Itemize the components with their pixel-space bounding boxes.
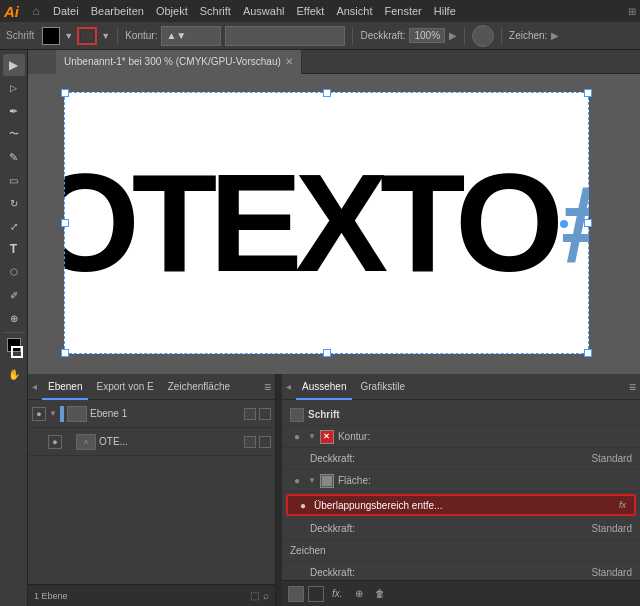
schrift-icon [290, 408, 304, 422]
deckkraft-arrow[interactable]: ▶ [449, 30, 457, 41]
separator-4 [501, 27, 502, 45]
layer-target-1[interactable] [244, 408, 256, 420]
menu-fenster[interactable]: Fenster [378, 0, 427, 22]
appearance-schrift-label: Schrift [282, 404, 640, 426]
rotate-tool[interactable]: ↻ [3, 192, 25, 214]
separator-1 [117, 27, 118, 45]
tab-grafikstile[interactable]: Grafikstile [354, 374, 410, 400]
scale-tool[interactable]: ⤢ [3, 215, 25, 237]
footer-fill-box[interactable] [288, 586, 304, 602]
zeichen-deckkraft-label: Deckkraft: [310, 567, 587, 578]
kontur-color-box[interactable]: ✕ [320, 430, 334, 444]
menu-schrift[interactable]: Schrift [194, 0, 237, 22]
layer-color-strip-1 [60, 406, 64, 422]
anchor-point [560, 220, 568, 228]
zeichen-arrow[interactable]: ▶ [551, 30, 559, 41]
kontur-dropdown[interactable]: ▲▼ [161, 26, 221, 46]
layer-lock-1[interactable] [259, 408, 271, 420]
appearance-panel-header: ◂ Aussehen Grafikstile ≡ [282, 374, 640, 400]
fill-stroke-boxes [5, 338, 23, 358]
separator-3 [464, 27, 465, 45]
panel-collapse-arrow[interactable]: ◂ [32, 381, 40, 392]
layer-lock-2[interactable] [259, 436, 271, 448]
tool-separator [3, 332, 25, 333]
stroke-indicator[interactable] [77, 27, 97, 45]
layer-expand-1[interactable]: ▼ [49, 409, 57, 418]
layer-eye-2[interactable]: ● [48, 435, 62, 449]
menu-auswahl[interactable]: Auswahl [237, 0, 291, 22]
tab-zeichenflaeche[interactable]: Zeichenfläche [162, 374, 236, 400]
flaeche-row-label: Fläche: [338, 475, 632, 486]
left-toolbar: ▶ ▷ ✒ 〜 ✎ ▭ ↻ ⤢ T ⬡ ✐ ⊕ ✋ [0, 50, 28, 606]
bottom-panels: ◂ Ebenen Export von E Zeichenfläche ≡ ● … [28, 374, 640, 606]
deckkraft-value[interactable]: 100% [409, 28, 445, 43]
fill-color-box[interactable] [42, 27, 60, 45]
select-tool[interactable]: ▶ [3, 54, 25, 76]
schrift-label: Schrift [308, 409, 340, 420]
canvas-content: OTEXTO # [64, 92, 589, 354]
appearance-collapse-arrow[interactable]: ◂ [286, 381, 294, 392]
fx-badge: fx [619, 500, 626, 510]
app-logo: Ai [4, 3, 19, 20]
eyedropper-tool[interactable]: ✐ [3, 284, 25, 306]
stroke-dropdown-arrow[interactable]: ▼ [101, 31, 110, 41]
menu-ansicht[interactable]: Ansicht [330, 0, 378, 22]
flaeche-expand[interactable]: ▼ [308, 476, 316, 485]
footer-stroke-box[interactable] [308, 586, 324, 602]
doc-tab-name: Unbenannt-1* bei 300 % (CMYK/GPU-Vorscha… [64, 50, 281, 74]
tab-export[interactable]: Export von E [90, 374, 159, 400]
fill-dropdown-arrow[interactable]: ▼ [64, 31, 73, 41]
curvature-tool[interactable]: 〜 [3, 123, 25, 145]
layer-target-2[interactable] [244, 436, 256, 448]
gradient-tool[interactable]: ⬡ [3, 261, 25, 283]
canvas-board: OTEXTO # [64, 92, 589, 354]
layers-panel: ◂ Ebenen Export von E Zeichenfläche ≡ ● … [28, 374, 276, 606]
appearance-footer: fx. ⊕ 🗑 [282, 580, 640, 606]
pen-tool[interactable]: ✒ [3, 100, 25, 122]
home-icon[interactable]: ⌂ [25, 0, 47, 22]
pencil-tool[interactable]: ✎ [3, 146, 25, 168]
appearance-panel: ◂ Aussehen Grafikstile ≡ Schrift [282, 374, 640, 606]
menu-effekt[interactable]: Effekt [290, 0, 330, 22]
layer-row-2[interactable]: ● A OTE... [28, 428, 275, 456]
overlap-eye[interactable]: ● [296, 498, 310, 512]
menu-objekt[interactable]: Objekt [150, 0, 194, 22]
kontur-eye[interactable]: ● [290, 430, 304, 444]
layers-footer: 1 Ebene ⬚ ⌕ [28, 584, 275, 606]
flaeche-color-box[interactable] [320, 474, 334, 488]
doc-tab-close[interactable]: ✕ [285, 50, 293, 74]
tab-ebenen[interactable]: Ebenen [42, 374, 88, 400]
doc-tab[interactable]: Unbenannt-1* bei 300 % (CMYK/GPU-Vorscha… [56, 50, 302, 74]
appearance-kontur-row[interactable]: ● ▼ ✕ Kontur: [282, 426, 640, 448]
search-layer-icon[interactable]: ⌕ [263, 590, 269, 601]
hand-tool[interactable]: ✋ [3, 363, 25, 385]
workspace-switcher[interactable]: ⊞ [628, 6, 636, 17]
menu-bearbeiten[interactable]: Bearbeiten [85, 0, 150, 22]
stroke-box[interactable] [11, 346, 23, 358]
layer-row-1[interactable]: ● ▼ ▭ Ebene 1 [28, 400, 275, 428]
footer-duplicate-btn[interactable]: ⊕ [351, 587, 367, 600]
menu-hilfe[interactable]: Hilfe [428, 0, 462, 22]
kontur-row-label: Kontur: [338, 431, 628, 442]
appearance-flaeche-row[interactable]: ● ▼ Fläche: [282, 470, 640, 492]
direct-select-tool[interactable]: ▷ [3, 77, 25, 99]
tab-aussehen[interactable]: Aussehen [296, 374, 352, 400]
shape-tool[interactable]: ▭ [3, 169, 25, 191]
panel-menu-icon[interactable]: ≡ [264, 380, 271, 394]
appearance-zeichen-row: Zeichen [282, 540, 640, 562]
layer-thumb-2: A [76, 434, 96, 450]
appearance-overlap-row[interactable]: ● Überlappungsbereich entfe... fx [286, 494, 636, 516]
footer-delete-btn[interactable]: 🗑 [371, 587, 389, 600]
deckkraft-label: Deckkraft: [360, 30, 405, 41]
font-field[interactable] [225, 26, 345, 46]
new-layer-icon[interactable]: ⬚ [250, 590, 259, 601]
zoom-tool[interactable]: ⊕ [3, 307, 25, 329]
appearance-menu-icon[interactable]: ≡ [629, 380, 636, 394]
menu-datei[interactable]: Datei [47, 0, 85, 22]
flaeche-icon-inner [322, 476, 332, 486]
kontur-expand[interactable]: ▼ [308, 432, 316, 441]
layer-eye-1[interactable]: ● [32, 407, 46, 421]
footer-fx-btn[interactable]: fx. [328, 587, 347, 600]
flaeche-eye[interactable]: ● [290, 474, 304, 488]
text-tool[interactable]: T [3, 238, 25, 260]
